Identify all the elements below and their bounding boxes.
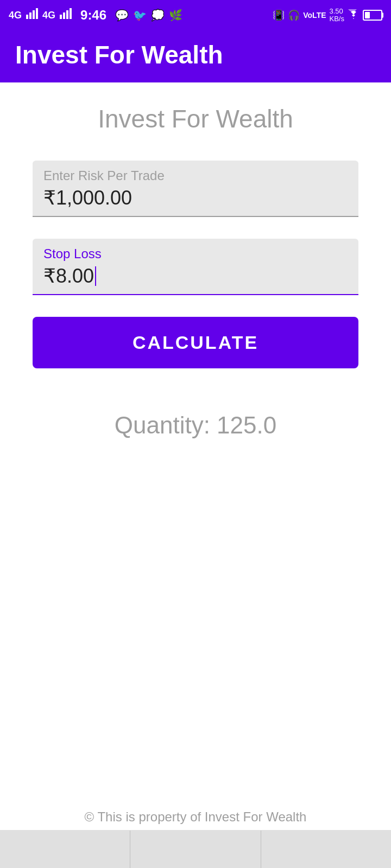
volte-label: VoLTE xyxy=(303,11,326,20)
battery-icon xyxy=(363,10,382,21)
wifi-icon xyxy=(348,9,360,22)
app-bar: Invest For Wealth xyxy=(0,30,391,82)
status-right: 📳 🎧 VoLTE 3.50KB/s xyxy=(273,8,382,23)
bottom-bar-item-3[interactable] xyxy=(261,831,391,868)
svg-rect-0 xyxy=(26,15,28,19)
text-cursor xyxy=(95,266,96,286)
svg-rect-6 xyxy=(66,10,68,19)
stop-loss-field[interactable]: Stop Loss ₹8.00 xyxy=(33,239,358,295)
svg-rect-1 xyxy=(29,12,31,19)
whatsapp-icon: 💬 xyxy=(115,9,129,22)
svg-rect-5 xyxy=(63,12,65,19)
page-title: Invest For Wealth xyxy=(98,104,293,133)
stop-loss-value: ₹8.00 xyxy=(43,265,348,288)
vibrate-icon: 📳 xyxy=(273,9,285,21)
twitter-icon: 🐦 xyxy=(133,9,147,22)
network-1-label: 4G xyxy=(9,10,22,21)
footer: © This is property of Invest For Wealth xyxy=(0,809,391,825)
speed-label: 3.50KB/s xyxy=(330,8,344,23)
calculate-button[interactable]: CALCULATE xyxy=(33,317,358,368)
status-time: 9:46 xyxy=(80,8,106,23)
headset-icon: 🎧 xyxy=(288,9,300,21)
bottom-bar-item-2[interactable] xyxy=(130,831,261,868)
bottom-navigation-bar xyxy=(0,830,391,868)
signal-icon-2 xyxy=(60,8,72,22)
svg-rect-2 xyxy=(33,10,35,19)
footer-text: © This is property of Invest For Wealth xyxy=(85,809,307,824)
main-content: Invest For Wealth Enter Risk Per Trade ₹… xyxy=(0,82,391,461)
bottom-bar-item-1[interactable] xyxy=(0,831,130,868)
app-bar-title: Invest For Wealth xyxy=(15,40,376,69)
svg-rect-3 xyxy=(36,8,38,19)
network-2-label: 4G xyxy=(42,10,55,21)
status-left: 4G 4G 9:46 💬 🐦 💭 🌿 xyxy=(9,8,182,23)
chat-icon: 💭 xyxy=(151,9,165,22)
signal-icon-1 xyxy=(26,8,38,22)
risk-per-trade-field[interactable]: Enter Risk Per Trade ₹1,000.00 xyxy=(33,161,358,217)
svg-rect-7 xyxy=(70,8,72,19)
stop-loss-label: Stop Loss xyxy=(43,246,348,261)
risk-per-trade-value: ₹1,000.00 xyxy=(43,187,348,209)
risk-per-trade-label: Enter Risk Per Trade xyxy=(43,168,348,183)
svg-rect-4 xyxy=(60,15,62,19)
leaf-icon: 🌿 xyxy=(169,9,182,22)
result-quantity: Quantity: 125.0 xyxy=(115,412,276,439)
status-bar: 4G 4G 9:46 💬 🐦 💭 🌿 📳 🎧 VoLT xyxy=(0,0,391,30)
